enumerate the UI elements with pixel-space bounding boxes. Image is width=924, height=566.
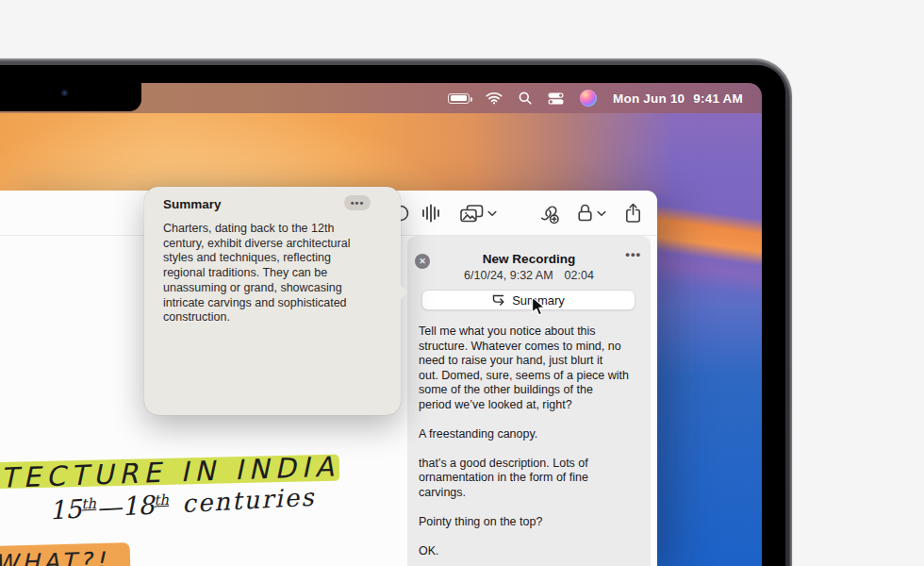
lock-icon[interactable] [577, 191, 593, 236]
audio-waveform-icon[interactable] [421, 191, 441, 236]
recording-meta: 6/10/24, 9:32 AM 02:04 [407, 269, 651, 282]
popover-more-icon[interactable]: ••• [344, 195, 371, 210]
menu-bar-status-items: Mon Jun 10 9:41 AM [448, 83, 743, 113]
mouse-cursor [531, 296, 549, 323]
menu-bar-time: 9:41 AM [693, 92, 743, 106]
summarize-icon [492, 294, 505, 306]
note-partial-handwriting: WHAT?! [0, 547, 109, 566]
years-start: 15 [48, 494, 82, 525]
more-options-icon[interactable]: ••• [625, 247, 641, 261]
recording-title: New Recording [407, 252, 651, 266]
years-sup-a: th [81, 495, 97, 513]
facetime-camera [61, 90, 68, 96]
display-notch [0, 83, 141, 111]
siri-icon[interactable] [580, 90, 597, 107]
wifi-icon[interactable] [486, 92, 503, 105]
recording-duration: 02:04 [565, 269, 594, 282]
orange-highlight: WHAT?! [0, 542, 130, 566]
battery-icon[interactable] [448, 93, 470, 104]
media-icon[interactable] [460, 191, 484, 236]
search-icon[interactable] [519, 92, 532, 105]
control-center-icon[interactable] [548, 92, 564, 105]
media-chevron-icon[interactable] [487, 191, 497, 236]
lock-chevron-icon[interactable] [597, 191, 606, 236]
popover-title: Summary [163, 197, 222, 211]
popover-body-text: Charters, dating back to the 12th centur… [163, 222, 386, 325]
recording-transcript-panel: ✕ New Recording 6/10/24, 9:32 AM 02:04 •… [407, 236, 651, 566]
share-icon[interactable] [624, 191, 642, 236]
recording-date: 6/10/24, 9:32 AM [464, 269, 553, 282]
summary-popover: Summary ••• Charters, dating back to the… [144, 187, 401, 415]
menu-bar-clock[interactable]: Mon Jun 10 9:41 AM [613, 92, 743, 106]
transcript-text: Tell me what you notice about this struc… [419, 325, 645, 558]
years-sup-b: th [154, 491, 170, 509]
menu-bar-date: Mon Jun 10 [613, 92, 685, 106]
years-tail: centuries [181, 483, 316, 518]
add-link-icon[interactable] [537, 191, 560, 236]
summary-button[interactable]: Summary [421, 290, 635, 310]
years-dash-end: —18 [95, 491, 155, 523]
